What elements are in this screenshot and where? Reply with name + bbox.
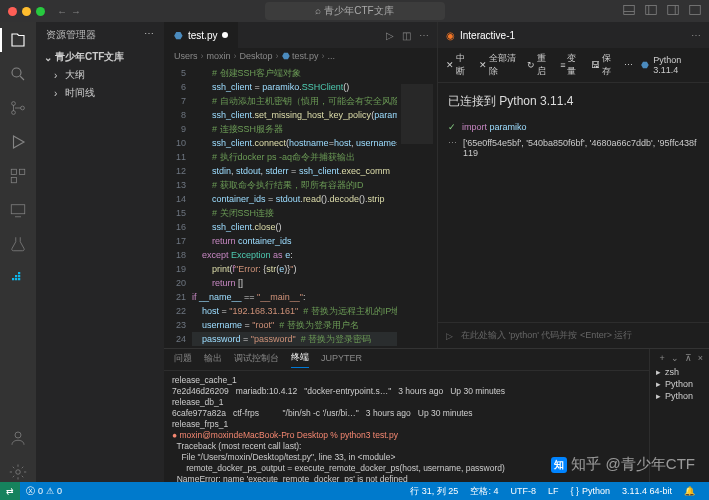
svg-rect-2 bbox=[646, 6, 657, 15]
tab-label: test.py bbox=[188, 30, 217, 41]
interactive-tab[interactable]: ◉ Interactive-1 ⋯ bbox=[438, 22, 709, 48]
python-icon: ⬣ bbox=[641, 60, 649, 70]
activity-bar bbox=[0, 22, 36, 482]
panel-tab-输出[interactable]: 输出 bbox=[204, 352, 222, 368]
interrupt-button[interactable]: ✕ 中断 bbox=[446, 52, 471, 78]
layout-panel-icon[interactable] bbox=[623, 4, 635, 18]
run-cell-icon[interactable]: ▷ bbox=[446, 331, 453, 341]
nav-back-icon[interactable]: ← bbox=[57, 6, 67, 17]
more-icon[interactable]: ⋯ bbox=[691, 30, 701, 41]
search-activity-icon[interactable] bbox=[8, 64, 28, 84]
interactive-tab-label: Interactive-1 bbox=[460, 30, 515, 41]
svg-line-8 bbox=[20, 76, 24, 80]
problems-status[interactable]: ⓧ 0 ⚠ 0 bbox=[20, 485, 68, 498]
explorer-icon[interactable] bbox=[8, 30, 28, 50]
jupyter-icon: ◉ bbox=[446, 30, 455, 41]
terminal-icon: ▸ bbox=[656, 367, 661, 377]
code-body[interactable]: # 创建SSH客户端对象 ssh_client = paramiko.SSHCl… bbox=[192, 64, 397, 348]
terminal-sidebar: + ⌄ ⊼ × ▸zsh▸Python▸Python bbox=[649, 349, 709, 482]
restart-button[interactable]: ↻ 重启 bbox=[527, 52, 552, 78]
sidebar-header: 资源管理器 ⋯ bbox=[36, 22, 164, 48]
panel-tab-终端[interactable]: 终端 bbox=[291, 351, 309, 368]
more-icon[interactable]: ⋯ bbox=[144, 28, 154, 42]
workspace-root[interactable]: ⌄青少年CTF文库 bbox=[36, 48, 164, 66]
terminal[interactable]: release_cache_17e2d46d26209 mariadb:10.4… bbox=[164, 371, 649, 482]
terminal-icon: ▸ bbox=[656, 379, 661, 389]
svg-point-9 bbox=[12, 102, 16, 106]
split-editor-icon[interactable]: ◫ bbox=[402, 30, 411, 41]
svg-point-7 bbox=[12, 68, 21, 77]
close-window[interactable] bbox=[8, 7, 17, 16]
kernel-status[interactable]: ⬣Python 3.11.4 bbox=[641, 55, 701, 75]
new-terminal-icon[interactable]: + bbox=[659, 353, 664, 363]
chevron-right-icon: › bbox=[54, 88, 62, 99]
breadcrumbs[interactable]: Users›moxin›Desktop›⬣ test.py›... bbox=[164, 48, 437, 64]
minimap[interactable] bbox=[397, 64, 437, 348]
sidebar-section-outline[interactable]: ›大纲 bbox=[36, 66, 164, 84]
close-panel-icon[interactable]: × bbox=[698, 353, 703, 363]
terminal-icon: ▸ bbox=[656, 391, 661, 401]
notifications-icon[interactable]: 🔔 bbox=[678, 485, 701, 498]
terminal-instance[interactable]: ▸Python bbox=[656, 379, 703, 389]
clear-button[interactable]: ✕ 全部清除 bbox=[479, 52, 520, 78]
docker-icon[interactable] bbox=[8, 268, 28, 288]
maximize-panel-icon[interactable]: ⊼ bbox=[685, 353, 692, 363]
panel-tab-JUPYTER[interactable]: JUPYTER bbox=[321, 353, 362, 366]
remote-indicator[interactable]: ⇄ bbox=[0, 482, 20, 500]
terminal-instance[interactable]: ▸Python bbox=[656, 391, 703, 401]
nav-arrows: ← → bbox=[57, 6, 81, 17]
chevron-down-icon[interactable]: ⌄ bbox=[671, 353, 679, 363]
more-actions-icon[interactable]: ⋯ bbox=[419, 30, 429, 41]
editor-tabs: ⬣ test.py ▷ ◫ ⋯ bbox=[164, 22, 437, 48]
indentation-status[interactable]: 空格: 4 bbox=[464, 485, 504, 498]
remote-explorer-icon[interactable] bbox=[8, 200, 28, 220]
run-debug-icon[interactable] bbox=[8, 132, 28, 152]
account-icon[interactable] bbox=[8, 428, 28, 448]
workspace-name: 青少年CTF文库 bbox=[55, 50, 124, 64]
layout-customize-icon[interactable] bbox=[689, 4, 701, 18]
settings-gear-icon[interactable] bbox=[8, 462, 28, 482]
save-button[interactable]: 🖫 保存 bbox=[591, 52, 617, 78]
nav-forward-icon[interactable]: → bbox=[71, 6, 81, 17]
interactive-toolbar: ✕ 中断 ✕ 全部清除 ↻ 重启 ≡ 变量 🖫 保存 ⋯ ⬣Python 3.1… bbox=[438, 48, 709, 83]
sidebar-section-timeline[interactable]: ›时间线 bbox=[36, 84, 164, 102]
input-placeholder: 在此处输入 'python' 代码并按 <Enter> 运行 bbox=[461, 329, 632, 342]
maximize-window[interactable] bbox=[36, 7, 45, 16]
line-gutter: 5678910111213141516171819202122232425262… bbox=[164, 64, 192, 348]
panel-tab-调试控制台[interactable]: 调试控制台 bbox=[234, 352, 279, 368]
svg-point-10 bbox=[12, 111, 16, 115]
source-control-icon[interactable] bbox=[8, 98, 28, 118]
testing-icon[interactable] bbox=[8, 234, 28, 254]
command-center[interactable]: ⌕ 青少年CTF文库 bbox=[265, 2, 445, 20]
layout-sidebar-icon[interactable] bbox=[645, 4, 657, 18]
minimize-window[interactable] bbox=[22, 7, 31, 16]
search-text: 青少年CTF文库 bbox=[324, 5, 393, 16]
statusbar: ⇄ ⓧ 0 ⚠ 0 行 31, 列 25 空格: 4 UTF-8 LF { } … bbox=[0, 482, 709, 500]
section-label: 时间线 bbox=[65, 86, 95, 100]
tab-testpy[interactable]: ⬣ test.py bbox=[164, 22, 239, 48]
layout-right-icon[interactable] bbox=[667, 4, 679, 18]
interactive-input[interactable]: ▷ 在此处输入 'python' 代码并按 <Enter> 运行 bbox=[438, 322, 709, 348]
language-status[interactable]: { } Python bbox=[564, 485, 616, 498]
variables-button[interactable]: ≡ 变量 bbox=[560, 52, 582, 78]
interactive-cell[interactable]: ✓ import paramiko bbox=[448, 122, 699, 132]
svg-rect-12 bbox=[11, 169, 16, 174]
run-icon[interactable]: ▷ bbox=[386, 30, 394, 41]
editor[interactable]: 5678910111213141516171819202122232425262… bbox=[164, 64, 437, 348]
cursor-position[interactable]: 行 31, 列 25 bbox=[404, 485, 464, 498]
more-icon[interactable]: ⋯ bbox=[624, 60, 633, 70]
check-icon: ✓ bbox=[448, 122, 456, 132]
titlebar: ← → ⌕ 青少年CTF文库 bbox=[0, 0, 709, 22]
interactive-panel: ◉ Interactive-1 ⋯ ✕ 中断 ✕ 全部清除 ↻ 重启 ≡ 变量 … bbox=[437, 22, 709, 348]
encoding-status[interactable]: UTF-8 bbox=[504, 485, 542, 498]
remote-icon: ⇄ bbox=[6, 486, 14, 496]
extensions-icon[interactable] bbox=[8, 166, 28, 186]
terminal-instance[interactable]: ▸zsh bbox=[656, 367, 703, 377]
modified-indicator bbox=[222, 32, 228, 38]
sidebar: 资源管理器 ⋯ ⌄青少年CTF文库 ›大纲 ›时间线 bbox=[36, 22, 164, 482]
svg-point-17 bbox=[15, 432, 21, 438]
interpreter-status[interactable]: 3.11.4 64-bit bbox=[616, 485, 678, 498]
panel: 问题输出调试控制台终端JUPYTER release_cache_17e2d46… bbox=[164, 348, 709, 482]
eol-status[interactable]: LF bbox=[542, 485, 565, 498]
panel-tab-问题[interactable]: 问题 bbox=[174, 352, 192, 368]
